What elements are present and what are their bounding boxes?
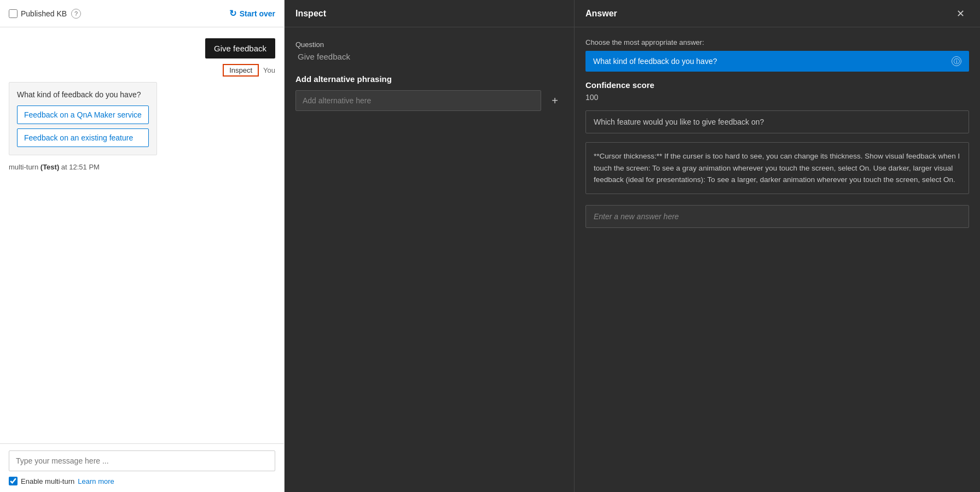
chat-area: Give feedback Inspect You What kind of f…: [0, 27, 284, 492]
give-feedback-bubble: Give feedback: [205, 38, 275, 58]
bot-response-card: What kind of feedback do you have? Feedb…: [9, 82, 157, 155]
answer-content: Choose the most appropriate answer: What…: [575, 27, 980, 492]
close-button[interactable]: ✕: [952, 5, 969, 22]
left-header: Published KB ? ↻ Start over: [0, 0, 284, 27]
enable-multi-turn-label: Enable multi-turn: [21, 477, 74, 485]
answer-title: Answer: [585, 9, 617, 19]
inspect-button[interactable]: Inspect: [223, 64, 259, 77]
answer-text-box: **Cursor thickness:** If the curser is t…: [585, 142, 969, 194]
alt-phrasing-input[interactable]: [295, 90, 541, 111]
new-answer-input[interactable]: [585, 205, 969, 228]
inspect-header: Inspect: [285, 0, 574, 27]
confidence-section: Confidence score 100: [585, 80, 969, 102]
chat-messages: Give feedback Inspect You What kind of f…: [0, 27, 284, 443]
question-section-label: Question: [295, 40, 563, 49]
learn-more-link[interactable]: Learn more: [78, 477, 114, 485]
left-panel: Published KB ? ↻ Start over Give feedbac…: [0, 0, 285, 492]
enable-multi-turn-checkbox[interactable]: [9, 477, 18, 485]
suggestion-existing-feature[interactable]: Feedback on an existing feature: [17, 128, 149, 147]
multi-turn-bold: (Test): [40, 163, 59, 171]
selected-answer-option[interactable]: What kind of feedback do you have? ⓘ: [585, 51, 969, 72]
you-label: You: [263, 66, 275, 74]
inspect-content: Question Give feedback Add alternative p…: [285, 27, 574, 492]
choose-answer-label: Choose the most appropriate answer:: [585, 38, 969, 46]
start-over-button[interactable]: ↻ Start over: [229, 8, 275, 19]
multi-turn-text: multi-turn: [9, 163, 40, 171]
bot-question: What kind of feedback do you have?: [17, 90, 149, 99]
inspect-panel: Inspect Question Give feedback Add alter…: [285, 0, 575, 492]
header-left: Published KB ?: [9, 9, 81, 19]
info-icon[interactable]: ⓘ: [952, 56, 961, 66]
inspect-you-row: Inspect You: [9, 64, 275, 77]
enable-multi-turn-row: Enable multi-turn Learn more: [9, 477, 275, 485]
prompt-box: Which feature would you like to give fee…: [585, 110, 969, 133]
alt-input-row: +: [295, 90, 563, 111]
selected-answer-text: What kind of feedback do you have?: [593, 57, 717, 66]
published-kb-label: Published KB: [21, 9, 67, 18]
multi-turn-info: multi-turn (Test) at 12:51 PM: [9, 161, 275, 173]
published-kb-checkbox[interactable]: [9, 9, 18, 18]
confidence-label: Confidence score: [585, 80, 969, 90]
inspect-title: Inspect: [295, 9, 326, 19]
chat-input-area: Enable multi-turn Learn more: [0, 443, 284, 492]
answer-header: Answer ✕: [575, 0, 980, 27]
answer-panel: Answer ✕ Choose the most appropriate ans…: [575, 0, 980, 492]
start-over-label: Start over: [240, 9, 275, 18]
confidence-value: 100: [585, 93, 969, 102]
answer-choose-section: Choose the most appropriate answer: What…: [585, 38, 969, 72]
refresh-icon: ↻: [229, 8, 236, 19]
published-kb-checkbox-label[interactable]: Published KB: [9, 9, 67, 18]
chat-input[interactable]: [9, 450, 275, 471]
help-icon[interactable]: ?: [71, 9, 81, 19]
suggestion-qna-maker[interactable]: Feedback on a QnA Maker service: [17, 106, 149, 124]
add-alternative-button[interactable]: +: [547, 92, 563, 109]
alt-phrasing-label: Add alternative phrasing: [295, 74, 563, 84]
question-value: Give feedback: [295, 52, 563, 61]
multi-turn-time: at 12:51 PM: [59, 163, 100, 171]
